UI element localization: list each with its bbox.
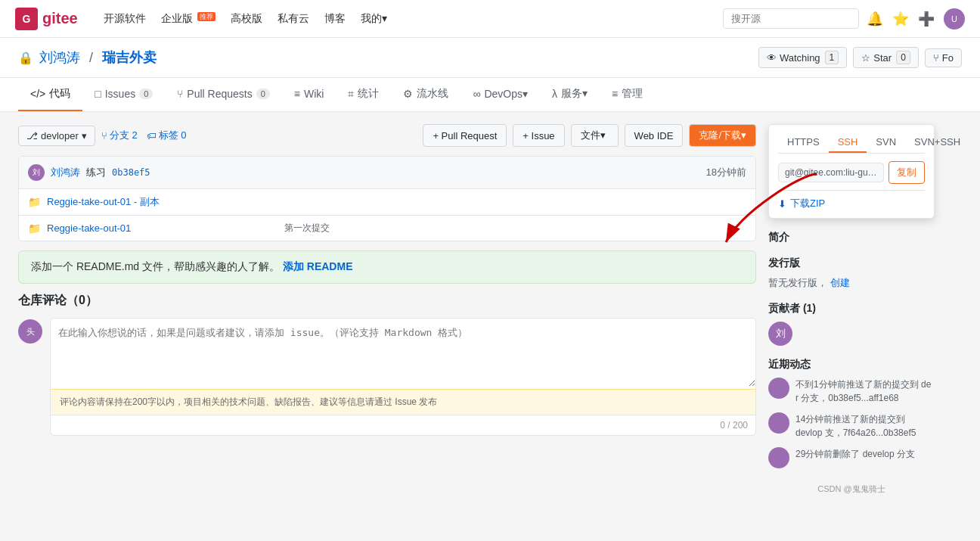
issues-icon: □ [95, 88, 101, 100]
clone-tab-ssh[interactable]: SSH [829, 132, 867, 153]
main-content: ⎇ devloper ▾ ⑂ 分支 2 🏷 标签 0 + Pull Reques… [0, 112, 953, 507]
tab-issues[interactable]: □ Issues 0 [82, 78, 165, 111]
copy-button[interactable]: 复制 [889, 161, 925, 184]
watching-button[interactable]: 👁 Watching 1 [758, 47, 847, 68]
watching-count: 1 [825, 51, 839, 64]
clone-panel: HTTPS SSH SVN SVN+SSH 复制 ⬇ 下载ZIP [768, 124, 935, 219]
file-row: 📁 Reggie-take-out-01 第一次提交 [19, 216, 755, 241]
chevron-down-icon: ▾ [82, 130, 87, 141]
folder-icon: 📁 [28, 196, 41, 208]
clone-tab-svn-ssh[interactable]: SVN+SSH [905, 132, 969, 153]
tab-pipeline[interactable]: ⚙ 流水线 [391, 78, 461, 111]
clone-tab-svn[interactable]: SVN [867, 132, 905, 153]
tags-link[interactable]: 🏷 标签 0 [147, 129, 187, 142]
nav-university[interactable]: 高校版 [231, 12, 262, 26]
clone-tab-https[interactable]: HTTPS [778, 132, 829, 153]
branch-icon: ⎇ [26, 130, 38, 141]
clone-url-input[interactable] [778, 163, 884, 182]
download-zip-link[interactable]: ⬇ 下载ZIP [778, 190, 925, 210]
toolbar-right: + Pull Request + Issue 文件▾ Web IDE 克隆/下载… [423, 124, 756, 147]
nav-mine[interactable]: 我的▾ [361, 12, 387, 26]
tab-wiki[interactable]: ≡ Wiki [282, 78, 336, 111]
devops-icon: ∞ [473, 88, 480, 100]
commit-author-avatar: 刘 [28, 164, 45, 181]
commit-action: 练习 [86, 166, 106, 179]
eye-icon: 👁 [767, 52, 777, 64]
activity-item: 29分钟前删除了 develop 分支 [768, 447, 935, 468]
fork-button[interactable]: ⑂ Fo [925, 48, 962, 67]
recent-activity-section: 近期动态 不到1分钟前推送了新的提交到 de r 分支，0b38ef5...af… [768, 358, 935, 468]
tab-stats[interactable]: ⌗ 统计 [336, 78, 391, 111]
logo[interactable]: G gitee [15, 8, 78, 30]
releases-title: 发行版 [768, 257, 935, 270]
lock-icon: 🔒 [18, 51, 33, 65]
nav-blog[interactable]: 博客 [324, 12, 346, 26]
tab-manage[interactable]: ≡ 管理 [600, 78, 655, 111]
services-icon: λ [552, 88, 557, 100]
nav-enterprise[interactable]: 企业版 推荐 [161, 12, 216, 26]
toolbar: ⎇ devloper ▾ ⑂ 分支 2 🏷 标签 0 + Pull Reques… [18, 124, 756, 147]
create-release-link[interactable]: 创建 [830, 277, 850, 288]
pull-request-button[interactable]: + Pull Request [423, 124, 507, 147]
file-button[interactable]: 文件▾ [571, 124, 619, 147]
header-search: 🔔 ⭐ ➕ U [723, 8, 965, 30]
commit-author-link[interactable]: 刘鸿涛 [51, 166, 80, 179]
contributor-avatar[interactable]: 刘 [768, 322, 792, 346]
add-readme-link[interactable]: 添加 README [283, 260, 353, 272]
nav-opensource[interactable]: 开源软件 [104, 12, 146, 26]
download-icon: ⬇ [778, 198, 786, 210]
star-button[interactable]: ☆ Star 0 [853, 47, 919, 68]
activity-avatar [768, 378, 789, 399]
plus-icon[interactable]: ➕ [918, 11, 935, 27]
activity-text: 不到1分钟前推送了新的提交到 de r 分支，0b38ef5...aff1e68 [795, 378, 935, 405]
clone-url-row: 复制 [778, 161, 925, 184]
readme-banner: 添加一个 README.md 文件，帮助感兴趣的人了解。 添加 README [18, 250, 756, 284]
folder-icon: 📁 [28, 222, 41, 235]
webide-button[interactable]: Web IDE [625, 124, 684, 147]
comment-row: 头 评论内容请保持在200字以内，项目相关的技术问题、缺陷报告、建议等信息请通过… [18, 318, 756, 436]
issues-badge: 0 [139, 89, 153, 99]
intro-title: 简介 [768, 231, 935, 244]
commit-time: 18分钟前 [706, 166, 746, 179]
branches-link[interactable]: ⑂ 分支 2 [101, 129, 138, 142]
repo-header: 🔒 刘鸿涛 / 瑞吉外卖 👁 Watching 1 ☆ Star 0 ⑂ Fo [0, 38, 980, 78]
contributors-section: 贡献者 (1) 刘 [768, 302, 935, 346]
issue-button[interactable]: + Issue [513, 124, 564, 147]
tab-code[interactable]: </> 代码 [18, 78, 82, 111]
clone-tabs: HTTPS SSH SVN SVN+SSH [778, 132, 925, 154]
repo-owner-link[interactable]: 刘鸿涛 [39, 48, 80, 67]
watching-label: Watching [780, 52, 820, 64]
wiki-icon: ≡ [294, 88, 300, 100]
branch-selector[interactable]: ⎇ devloper ▾ [18, 126, 95, 146]
nav-private-cloud[interactable]: 私有云 [278, 12, 309, 26]
char-count: 0 / 200 [720, 420, 748, 431]
repo-actions: 👁 Watching 1 ☆ Star 0 ⑂ Fo [758, 47, 962, 68]
file-name-link[interactable]: Reggie-take-out-01 - 副本 [47, 195, 278, 209]
commit-hash: 0b38ef5 [112, 167, 150, 178]
repo-name-link[interactable]: 瑞吉外卖 [102, 48, 157, 67]
tab-devops[interactable]: ∞ DevOps▾ [461, 78, 540, 111]
header-icons: 🔔 ⭐ ➕ U [867, 8, 965, 30]
comment-footer: 0 / 200 [51, 415, 755, 435]
tab-services[interactable]: λ 服务▾ [540, 78, 600, 111]
content-left: ⎇ devloper ▾ ⑂ 分支 2 🏷 标签 0 + Pull Reques… [18, 124, 756, 495]
recent-activity-title: 近期动态 [768, 358, 935, 372]
tab-pullrequests[interactable]: ⑂ Pull Requests 0 [165, 78, 282, 111]
bell-icon[interactable]: 🔔 [867, 11, 883, 27]
comments-section: 仓库评论（0） 头 评论内容请保持在200字以内，项目相关的技术问题、缺陷报告、… [18, 293, 756, 436]
clone-button[interactable]: 克隆/下载▾ [689, 124, 756, 147]
user-avatar[interactable]: U [944, 8, 965, 30]
intro-section: 简介 [768, 231, 935, 244]
activity-avatar [768, 447, 789, 468]
search-input[interactable] [723, 8, 859, 29]
pr-badge: 0 [256, 89, 270, 99]
star-icon[interactable]: ⭐ [892, 11, 909, 27]
repo-separator: / [89, 50, 93, 66]
readme-banner-text: 添加一个 README.md 文件，帮助感兴趣的人了解。 [31, 260, 280, 272]
watermark: CSDN @鬼鬼骑士 [768, 483, 935, 495]
file-name-link[interactable]: Reggie-take-out-01 [47, 222, 278, 234]
comment-warning: 评论内容请保持在200字以内，项目相关的技术问题、缺陷报告、建议等信息请通过 I… [51, 389, 755, 415]
comment-textarea[interactable] [51, 319, 755, 387]
sidebar: HTTPS SSH SVN SVN+SSH 复制 ⬇ 下载ZIP 简介 发行版 … [768, 124, 935, 495]
tag-icon: 🏷 [147, 130, 157, 141]
